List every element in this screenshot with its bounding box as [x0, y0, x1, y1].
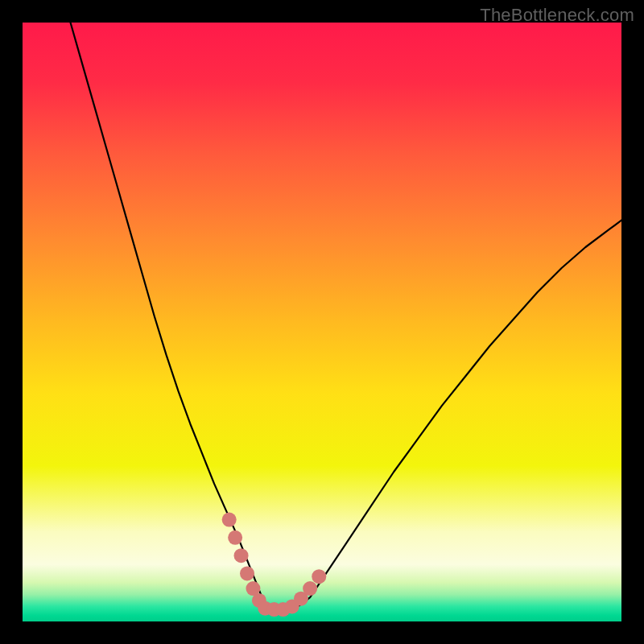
marker-dot: [303, 581, 317, 596]
marker-dot: [312, 569, 326, 584]
marker-dot: [240, 566, 254, 580]
marker-dot: [222, 513, 237, 527]
marker-dot: [228, 530, 242, 545]
plot-area: [23, 23, 621, 621]
marker-dot: [234, 548, 249, 563]
gradient-background: [23, 23, 621, 621]
chart-svg: [23, 23, 621, 621]
outer-frame: TheBottleneck.com: [0, 0, 644, 644]
